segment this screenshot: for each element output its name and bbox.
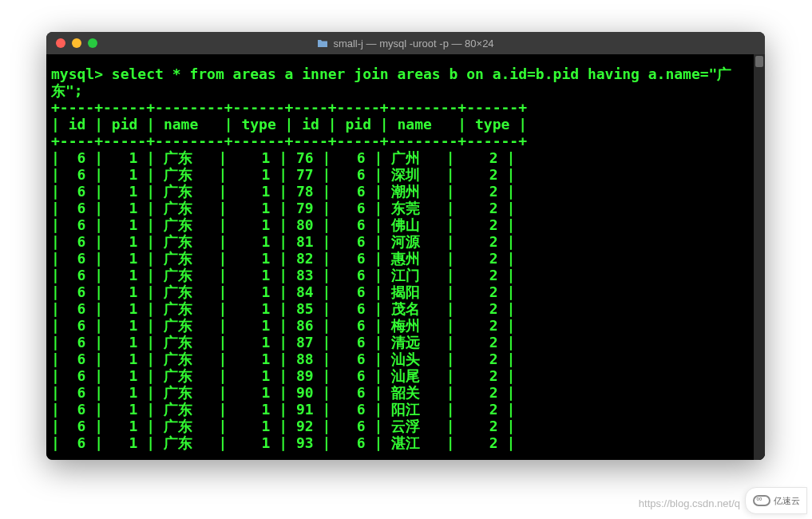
window-title-text: small-j — mysql -uroot -p — 80×24	[333, 38, 493, 50]
maximize-button[interactable]	[88, 38, 97, 48]
terminal-window: small-j — mysql -uroot -p — 80×24 mysql>…	[46, 32, 765, 460]
watermark-url: https://blog.csdn.net/q	[639, 497, 740, 509]
cloud-icon	[753, 495, 770, 506]
window-title: small-j — mysql -uroot -p — 80×24	[46, 38, 765, 50]
scrollbar[interactable]	[754, 54, 765, 460]
logo-text: 亿速云	[774, 495, 800, 507]
traffic-lights	[46, 38, 97, 48]
terminal-body[interactable]: mysql> select * from areas a inner join …	[46, 54, 765, 460]
logo-badge: 亿速云	[745, 487, 807, 514]
terminal-output[interactable]: mysql> select * from areas a inner join …	[51, 65, 760, 451]
scrollbar-thumb[interactable]	[755, 56, 763, 67]
minimize-button[interactable]	[72, 38, 81, 48]
close-button[interactable]	[56, 38, 65, 48]
titlebar[interactable]: small-j — mysql -uroot -p — 80×24	[46, 32, 765, 54]
folder-icon	[317, 39, 328, 48]
